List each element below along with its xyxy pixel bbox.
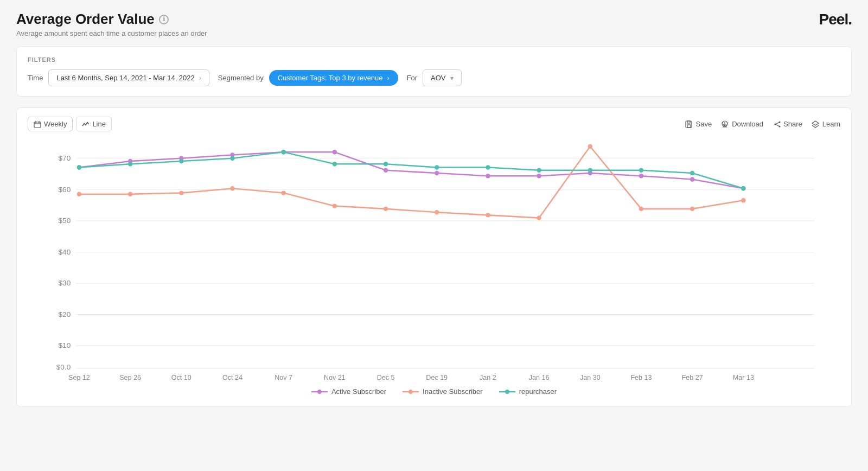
- svg-point-16: [775, 123, 776, 125]
- legend-line-icon: [499, 389, 515, 395]
- svg-point-86: [537, 168, 541, 173]
- line-chart-icon: [82, 120, 90, 128]
- svg-point-96: [505, 390, 509, 394]
- svg-text:$40: $40: [59, 248, 71, 256]
- share-icon: [772, 120, 781, 129]
- for-value: AOV: [431, 74, 445, 82]
- toolbar-left: Weekly Line: [28, 117, 112, 131]
- svg-text:Jan 2: Jan 2: [480, 374, 496, 381]
- svg-text:$60: $60: [59, 186, 71, 194]
- segmented-filter-btn[interactable]: Customer Tags: Top 3 by revenue ›: [269, 70, 398, 86]
- share-label: Share: [783, 120, 802, 128]
- svg-point-4: [84, 123, 85, 124]
- learn-label: Learn: [822, 120, 840, 128]
- info-icon[interactable]: ℹ: [159, 15, 169, 24]
- svg-text:$0.0: $0.0: [56, 363, 71, 371]
- svg-point-6: [87, 122, 88, 123]
- page-header: Average Order Value ℹ Average amount spe…: [16, 11, 852, 37]
- chevron-down-icon: ▾: [450, 74, 454, 82]
- svg-text:Sep 26: Sep 26: [119, 374, 141, 381]
- svg-point-65: [179, 190, 183, 195]
- svg-point-85: [486, 165, 490, 169]
- svg-point-55: [384, 168, 388, 173]
- save-btn[interactable]: Save: [685, 120, 712, 129]
- legend-repurchaser-label: repurchaser: [519, 387, 557, 396]
- weekly-label: Weekly: [44, 120, 67, 128]
- time-filter-btn[interactable]: Last 6 Months, Sep 14, 2021 - Mar 14, 20…: [48, 69, 209, 86]
- svg-point-88: [639, 168, 643, 173]
- chart-section: Weekly Line Save Download Shar: [16, 107, 852, 407]
- svg-point-69: [384, 207, 388, 211]
- title-section: Average Order Value ℹ Average amount spe…: [16, 11, 207, 37]
- svg-point-78: [128, 162, 132, 166]
- segmented-value: Customer Tags: Top 3 by revenue: [278, 74, 383, 82]
- svg-text:Nov 7: Nov 7: [275, 374, 292, 381]
- chart-toolbar: Weekly Line Save Download Shar: [28, 117, 840, 131]
- svg-point-75: [690, 207, 694, 211]
- svg-rect-0: [34, 122, 41, 128]
- svg-point-64: [128, 192, 132, 196]
- svg-text:Jan 16: Jan 16: [529, 374, 550, 381]
- svg-text:Dec 19: Dec 19: [426, 374, 448, 381]
- svg-text:$70: $70: [59, 154, 71, 162]
- time-filter: Time Last 6 Months, Sep 14, 2021 - Mar 1…: [28, 69, 209, 86]
- svg-point-90: [741, 186, 745, 190]
- svg-point-76: [741, 198, 745, 202]
- share-btn[interactable]: Share: [772, 120, 802, 129]
- svg-point-79: [179, 159, 183, 163]
- svg-point-81: [281, 150, 285, 154]
- line-btn[interactable]: Line: [76, 117, 112, 131]
- svg-point-71: [486, 213, 490, 217]
- svg-text:Jan 30: Jan 30: [580, 374, 601, 381]
- legend-inactive-subscriber: Inactive Subscriber: [403, 387, 483, 396]
- legend-line-icon: [311, 389, 328, 395]
- svg-point-84: [435, 165, 439, 169]
- svg-text:Mar 13: Mar 13: [733, 374, 754, 381]
- svg-text:Feb 13: Feb 13: [630, 374, 652, 381]
- chevron-right-icon: ›: [387, 74, 390, 82]
- brand-logo: Peel.: [819, 11, 852, 28]
- toolbar-right: Save Download Share Learn: [685, 120, 840, 129]
- title-text: Average Order Value: [16, 11, 155, 28]
- svg-text:Nov 21: Nov 21: [324, 374, 346, 381]
- svg-point-80: [230, 156, 234, 161]
- svg-text:Oct 10: Oct 10: [171, 374, 192, 381]
- svg-point-58: [537, 174, 541, 178]
- svg-point-15: [779, 125, 781, 127]
- legend-active-subscriber: Active Subscriber: [311, 387, 386, 396]
- for-filter-btn[interactable]: AOV ▾: [423, 69, 461, 86]
- weekly-btn[interactable]: Weekly: [28, 117, 73, 131]
- segmented-label: Segmented by: [218, 74, 264, 82]
- svg-point-54: [333, 150, 337, 154]
- page-container: Average Order Value ℹ Average amount spe…: [0, 0, 868, 471]
- legend-line-icon: [403, 389, 419, 395]
- svg-text:Oct 24: Oct 24: [222, 374, 242, 381]
- svg-rect-7: [687, 125, 691, 128]
- page-title: Average Order Value ℹ: [16, 11, 207, 28]
- download-btn[interactable]: Download: [720, 120, 763, 129]
- legend-repurchaser: repurchaser: [499, 387, 557, 396]
- download-icon: [720, 120, 729, 129]
- svg-text:$50: $50: [59, 217, 71, 225]
- svg-text:Sep 12: Sep 12: [68, 374, 90, 381]
- learn-btn[interactable]: Learn: [811, 120, 840, 129]
- filters-section: FILTERS Time Last 6 Months, Sep 14, 2021…: [16, 46, 852, 97]
- chevron-right-icon: ›: [199, 74, 201, 82]
- legend-inactive-subscriber-label: Inactive Subscriber: [423, 387, 483, 396]
- chart-legend: Active Subscriber Inactive Subscriber re…: [28, 387, 840, 396]
- svg-text:Feb 27: Feb 27: [682, 374, 703, 381]
- chart-container: $70 $60 $50 $40 $30 $20 $10 $0.0 Se: [28, 137, 840, 381]
- svg-text:Dec 5: Dec 5: [377, 374, 395, 381]
- svg-text:$10: $10: [59, 341, 71, 349]
- svg-point-70: [435, 210, 439, 214]
- svg-point-72: [537, 215, 541, 220]
- for-label: For: [407, 74, 418, 82]
- svg-point-73: [588, 144, 592, 149]
- svg-point-5: [85, 124, 86, 125]
- svg-point-60: [639, 174, 643, 178]
- download-label: Download: [732, 120, 763, 128]
- svg-rect-8: [687, 121, 690, 123]
- subtitle: Average amount spent each time a custome…: [16, 29, 207, 37]
- svg-point-92: [317, 390, 322, 394]
- save-label: Save: [696, 120, 712, 128]
